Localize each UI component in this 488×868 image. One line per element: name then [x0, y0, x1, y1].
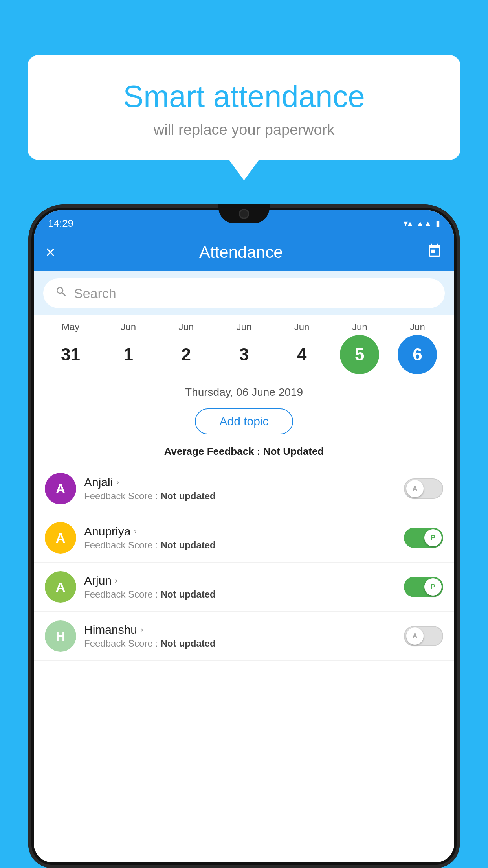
feedback-score: Feedback Score : Not updated	[84, 491, 396, 502]
feedback-value: Not updated	[161, 589, 216, 600]
day-number[interactable]: 3	[224, 335, 264, 374]
day-number[interactable]: 2	[167, 335, 206, 374]
student-name: Anjali ›	[84, 476, 396, 489]
feedback-score: Feedback Score : Not updated	[84, 638, 396, 649]
search-container: Search	[34, 271, 454, 315]
avatar: H	[45, 620, 76, 652]
phone-notch	[218, 204, 270, 223]
student-info: Anjali ›Feedback Score : Not updated	[84, 476, 396, 502]
month-label: Jun	[237, 322, 252, 333]
date-col-6[interactable]: Jun6	[392, 322, 443, 374]
date-col-5[interactable]: Jun5	[334, 322, 385, 374]
month-label: Jun	[121, 322, 136, 333]
date-row: May31Jun1Jun2Jun3Jun4Jun5Jun6	[42, 322, 446, 374]
phone-screen: 14:29 ▾▴ ▲▲ ▮ × Attendance	[34, 210, 454, 862]
student-name-text: Anjali	[84, 476, 113, 489]
date-col-3[interactable]: Jun3	[218, 322, 270, 374]
avatar: A	[45, 571, 76, 603]
student-name: Himanshu ›	[84, 623, 396, 636]
month-label: Jun	[178, 322, 194, 333]
student-info: Arjun ›Feedback Score : Not updated	[84, 574, 396, 600]
date-col-31[interactable]: May31	[45, 322, 96, 374]
student-name: Anupriya ›	[84, 525, 396, 538]
toggle-knob: P	[424, 578, 442, 596]
chevron-icon: ›	[140, 625, 143, 635]
month-label: Jun	[294, 322, 310, 333]
date-col-2[interactable]: Jun2	[161, 322, 212, 374]
selected-date-text: Thursday, 06 June 2019	[34, 386, 454, 399]
chevron-icon: ›	[115, 576, 117, 586]
chevron-icon: ›	[116, 477, 119, 487]
feedback-score: Feedback Score : Not updated	[84, 589, 396, 600]
app-bar-title: Attendance	[65, 243, 417, 262]
month-label: Jun	[352, 322, 367, 333]
add-topic-button[interactable]: Add topic	[195, 408, 293, 434]
signal-icon: ▲▲	[416, 219, 432, 228]
avatar: A	[45, 473, 76, 504]
day-number[interactable]: 6	[398, 335, 437, 374]
feedback-value: Not updated	[161, 491, 216, 501]
date-selector: May31Jun1Jun2Jun3Jun4Jun5Jun6	[34, 315, 454, 379]
avatar: A	[45, 522, 76, 554]
student-item[interactable]: HHimanshu ›Feedback Score : Not updatedA	[34, 612, 454, 661]
toggle-container: A	[404, 478, 443, 499]
search-box[interactable]: Search	[43, 278, 445, 308]
toggle-knob: A	[406, 627, 424, 645]
attendance-toggle[interactable]: P	[404, 528, 443, 548]
toggle-container: A	[404, 626, 443, 646]
attendance-toggle[interactable]: P	[404, 577, 443, 597]
search-placeholder: Search	[74, 286, 116, 301]
bubble-title: Smart attendance	[51, 79, 437, 114]
avg-feedback-label: Average Feedback :	[164, 445, 261, 457]
speech-bubble-container: Smart attendance will replace your paper…	[28, 55, 460, 160]
date-col-1[interactable]: Jun1	[103, 322, 154, 374]
app-bar: × Attendance	[34, 234, 454, 271]
student-name-text: Himanshu	[84, 623, 137, 636]
student-name: Arjun ›	[84, 574, 396, 587]
student-name-text: Anupriya	[84, 525, 130, 538]
day-number[interactable]: 5	[340, 335, 379, 374]
toggle-container: P	[404, 528, 443, 548]
toggle-knob: A	[406, 480, 424, 497]
selected-date-info: Thursday, 06 June 2019	[34, 379, 454, 402]
day-number[interactable]: 1	[109, 335, 148, 374]
day-number[interactable]: 4	[282, 335, 321, 374]
toggle-container: P	[404, 577, 443, 597]
feedback-value: Not updated	[161, 638, 216, 649]
day-number[interactable]: 31	[51, 335, 90, 374]
avg-feedback-value: Not Updated	[263, 445, 324, 457]
attendance-toggle[interactable]: A	[404, 478, 443, 499]
speech-bubble: Smart attendance will replace your paper…	[28, 55, 460, 160]
battery-icon: ▮	[436, 219, 440, 228]
feedback-score: Feedback Score : Not updated	[84, 540, 396, 551]
status-time: 14:29	[48, 217, 73, 230]
wifi-icon: ▾▴	[404, 218, 412, 228]
camera-lens	[239, 209, 249, 219]
student-item[interactable]: AAnupriya ›Feedback Score : Not updatedP	[34, 513, 454, 563]
student-list: AAnjali ›Feedback Score : Not updatedAAA…	[34, 464, 454, 661]
student-item[interactable]: AArjun ›Feedback Score : Not updatedP	[34, 563, 454, 612]
toggle-knob: P	[424, 529, 442, 546]
chevron-icon: ›	[134, 526, 136, 537]
status-icons: ▾▴ ▲▲ ▮	[404, 218, 440, 228]
calendar-icon[interactable]	[427, 243, 442, 262]
month-label: Jun	[410, 322, 425, 333]
bubble-subtitle: will replace your paperwork	[51, 121, 437, 138]
student-name-text: Arjun	[84, 574, 112, 587]
student-info: Anupriya ›Feedback Score : Not updated	[84, 525, 396, 551]
student-item[interactable]: AAnjali ›Feedback Score : Not updatedA	[34, 464, 454, 513]
phone-frame: 14:29 ▾▴ ▲▲ ▮ × Attendance	[28, 204, 460, 868]
avg-feedback: Average Feedback : Not Updated	[34, 441, 454, 464]
close-button[interactable]: ×	[46, 243, 55, 262]
date-col-4[interactable]: Jun4	[276, 322, 327, 374]
feedback-value: Not updated	[161, 540, 216, 550]
month-label: May	[62, 322, 79, 333]
attendance-toggle[interactable]: A	[404, 626, 443, 646]
student-info: Himanshu ›Feedback Score : Not updated	[84, 623, 396, 649]
search-icon	[55, 285, 68, 301]
add-topic-container: Add topic	[34, 402, 454, 441]
